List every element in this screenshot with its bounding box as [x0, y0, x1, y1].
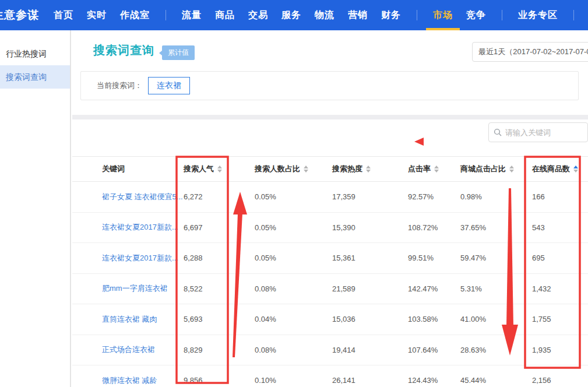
- cell-mall-ratio: 45.44%: [460, 376, 532, 385]
- page-title: 搜索词查询: [93, 43, 154, 58]
- cell-heat: 17,359: [332, 192, 408, 201]
- keyword-search-input[interactable]: [505, 128, 575, 137]
- sort-icon[interactable]: [509, 166, 514, 173]
- sort-icon-active[interactable]: [573, 166, 578, 173]
- col-header-online-count[interactable]: 在线商品数: [532, 164, 588, 174]
- nav-divider: [417, 10, 417, 20]
- keyword-link[interactable]: 肥mm一字肩连衣裙: [102, 283, 184, 294]
- sidebar-item-hot-words[interactable]: 行业热搜词: [0, 42, 70, 65]
- cell-ctr: 124.43%: [408, 376, 460, 385]
- table-row: 微胖连衣裙 减龄 9,856 0.10% 26,141 124.43% 45.4…: [72, 365, 588, 387]
- nav-item-service[interactable]: 服务: [281, 0, 301, 30]
- cell-ctr: 103.58%: [408, 315, 460, 323]
- cell-online: 2,156: [532, 376, 588, 385]
- col-header-search-heat[interactable]: 搜索热度: [332, 164, 408, 174]
- current-keyword-label: 当前搜索词：: [97, 80, 142, 91]
- cell-online: 695: [532, 254, 588, 262]
- cell-ratio: 0.08%: [255, 346, 332, 354]
- nav-item-warroom[interactable]: 作战室: [120, 0, 150, 30]
- cell-online: 543: [532, 223, 588, 232]
- cell-search-pop: 6,272: [184, 192, 255, 201]
- keyword-link[interactable]: 微胖连衣裙 减龄: [102, 375, 184, 386]
- nav-divider: [573, 10, 574, 20]
- cell-ctr: 92.57%: [408, 192, 460, 201]
- nav-item-goods[interactable]: 商品: [215, 0, 235, 30]
- keyword-link[interactable]: 正式场合连衣裙: [102, 344, 184, 355]
- nav-menu: 首页 实时 作战室 流量 商品 交易 服务 物流 营销 财务 市场 竞争 业务专…: [54, 0, 588, 30]
- col-header-keyword: 关键词: [102, 164, 184, 174]
- cell-heat: 21,589: [332, 284, 408, 293]
- cell-mall-ratio: 5.31%: [460, 284, 532, 293]
- keyword-link[interactable]: 连衣裙女夏2017新款...: [102, 253, 184, 263]
- cell-search-pop: 5,693: [184, 315, 255, 323]
- nav-divider: [166, 10, 166, 20]
- sidebar-item-search-word-query[interactable]: 搜索词查询: [0, 65, 70, 89]
- table-row: 连衣裙女夏2017新款... 6,288 0.05% 15,361 99.51%…: [72, 243, 588, 274]
- cell-ratio: 0.08%: [255, 284, 332, 293]
- cell-ctr: 99.51%: [408, 254, 460, 262]
- cell-mall-ratio: 41.00%: [460, 315, 532, 323]
- top-navbar: 生意参谋 首页 实时 作战室 流量 商品 交易 服务 物流 营销 财务 市场 竞…: [0, 0, 588, 30]
- brand-logo[interactable]: 生意参谋: [0, 0, 39, 30]
- nav-item-trade[interactable]: 交易: [248, 0, 268, 30]
- search-words-table: 关键词 搜索人气 搜索人数占比 搜索热度 点击率 商城点击占比 在线商品数 裙子…: [72, 156, 588, 387]
- sort-icon[interactable]: [217, 166, 222, 173]
- table-header-row: 关键词 搜索人气 搜索人数占比 搜索热度 点击率 商城点击占比 在线商品数: [72, 156, 588, 182]
- nav-item-market[interactable]: 市场: [433, 0, 453, 30]
- nav-item-realtime[interactable]: 实时: [87, 0, 107, 30]
- cell-search-pop: 8,522: [184, 284, 255, 293]
- cell-mall-ratio: 37.65%: [460, 223, 532, 232]
- sort-icon[interactable]: [304, 166, 308, 173]
- keyword-chip[interactable]: 连衣裙: [148, 77, 190, 94]
- sort-icon[interactable]: [434, 166, 439, 173]
- sort-icon[interactable]: [366, 166, 371, 173]
- nav-item-marketing[interactable]: 营销: [348, 0, 368, 30]
- cell-ctr: 108.72%: [408, 223, 460, 232]
- cell-heat: 15,361: [332, 254, 408, 262]
- keyword-link[interactable]: 连衣裙女夏2017新款...: [102, 222, 184, 233]
- nav-item-bizzone[interactable]: 业务专区: [518, 0, 558, 30]
- keyword-link[interactable]: 直筒连衣裙 藏肉: [102, 314, 184, 325]
- cell-ctr: 107.64%: [408, 346, 460, 354]
- cell-mall-ratio: 59.47%: [460, 254, 532, 262]
- nav-item-traffic[interactable]: 流量: [182, 0, 202, 30]
- cell-ratio: 0.05%: [255, 254, 332, 262]
- cell-ctr: 142.47%: [408, 284, 460, 293]
- col-header-searcher-ratio[interactable]: 搜索人数占比: [255, 164, 332, 174]
- cell-heat: 15,036: [332, 315, 408, 323]
- table-row: 直筒连衣裙 藏肉 5,693 0.04% 15,036 103.58% 41.0…: [72, 304, 588, 335]
- table-row: 连衣裙女夏2017新款... 6,697 0.05% 15,390 108.72…: [72, 213, 588, 244]
- table-row: 裙子女夏 连衣裙便宜5... 6,272 0.05% 17,359 92.57%…: [72, 182, 588, 213]
- cell-ratio: 0.05%: [255, 192, 332, 201]
- cell-mall-ratio: 0.98%: [460, 192, 532, 201]
- cell-search-pop: 9,856: [184, 376, 255, 385]
- search-icon: [494, 128, 502, 136]
- col-header-search-pop[interactable]: 搜索人气: [184, 164, 255, 174]
- cell-search-pop: 6,697: [184, 223, 255, 232]
- cell-online: 1,755: [532, 315, 588, 323]
- keyword-search-box[interactable]: [488, 122, 588, 142]
- cell-ratio: 0.05%: [255, 223, 332, 232]
- col-header-mall-click-ratio[interactable]: 商城点击占比: [460, 164, 532, 174]
- table-row: 正式场合连衣裙 8,829 0.08% 19,414 107.64% 28.63…: [72, 335, 588, 366]
- nav-item-finance[interactable]: 财务: [381, 0, 401, 30]
- cell-search-pop: 6,288: [184, 254, 255, 262]
- cell-online: 1,935: [532, 346, 588, 354]
- cumulative-badge: 累计值: [162, 45, 195, 60]
- col-header-ctr[interactable]: 点击率: [408, 164, 460, 174]
- nav-divider: [502, 10, 502, 20]
- cell-online: 166: [532, 192, 588, 201]
- keyword-link[interactable]: 裙子女夏 连衣裙便宜5...: [102, 192, 184, 202]
- nav-item-compete[interactable]: 竞争: [466, 0, 486, 30]
- date-range-select[interactable]: 最近1天（2017-07-02~2017-07-02）: [472, 42, 588, 62]
- cell-search-pop: 8,829: [184, 346, 255, 354]
- cell-ratio: 0.04%: [255, 315, 332, 323]
- cell-heat: 15,390: [332, 223, 408, 232]
- section-divider: [72, 115, 588, 119]
- table-row: 肥mm一字肩连衣裙 8,522 0.08% 21,589 142.47% 5.3…: [72, 274, 588, 305]
- nav-item-logistics[interactable]: 物流: [315, 0, 335, 30]
- cell-heat: 19,414: [332, 346, 408, 354]
- nav-item-home[interactable]: 首页: [54, 0, 73, 30]
- cell-ratio: 0.10%: [255, 376, 332, 385]
- cell-heat: 26,141: [332, 376, 408, 385]
